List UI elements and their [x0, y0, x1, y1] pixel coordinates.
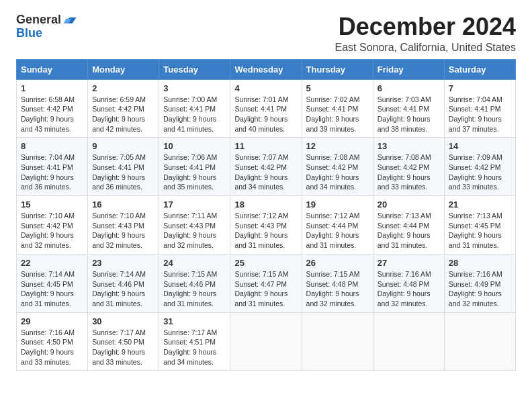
- calendar-week-row: 15Sunrise: 7:10 AM Sunset: 4:42 PM Dayli…: [17, 196, 516, 255]
- day-number: 20: [378, 199, 440, 210]
- calendar-week-row: 8Sunrise: 7:04 AM Sunset: 4:41 PM Daylig…: [17, 138, 516, 196]
- day-number: 3: [163, 83, 226, 93]
- calendar-header-day: Tuesday: [159, 59, 230, 79]
- calendar-cell: 3Sunrise: 7:00 AM Sunset: 4:41 PM Daylig…: [159, 79, 230, 138]
- logo: General Blue: [16, 13, 77, 40]
- day-info: Sunrise: 7:16 AM Sunset: 4:48 PM Dayligh…: [378, 269, 440, 309]
- calendar-cell: 2Sunrise: 6:59 AM Sunset: 4:42 PM Daylig…: [88, 79, 159, 138]
- calendar-cell: [373, 312, 444, 371]
- day-info: Sunrise: 7:15 AM Sunset: 4:46 PM Dayligh…: [163, 269, 226, 309]
- calendar-header-day: Saturday: [444, 59, 515, 79]
- calendar-cell: 9Sunrise: 7:05 AM Sunset: 4:41 PM Daylig…: [88, 138, 159, 196]
- calendar-cell: 24Sunrise: 7:15 AM Sunset: 4:46 PM Dayli…: [159, 254, 230, 312]
- calendar-cell: 21Sunrise: 7:13 AM Sunset: 4:45 PM Dayli…: [444, 196, 515, 255]
- calendar-cell: 30Sunrise: 7:17 AM Sunset: 4:50 PM Dayli…: [88, 312, 159, 371]
- day-info: Sunrise: 7:17 AM Sunset: 4:50 PM Dayligh…: [92, 328, 154, 367]
- day-info: Sunrise: 7:01 AM Sunset: 4:41 PM Dayligh…: [234, 95, 297, 134]
- calendar-cell: 15Sunrise: 7:10 AM Sunset: 4:42 PM Dayli…: [17, 196, 88, 255]
- day-info: Sunrise: 7:10 AM Sunset: 4:42 PM Dayligh…: [21, 211, 83, 250]
- day-info: Sunrise: 7:16 AM Sunset: 4:50 PM Dayligh…: [21, 328, 83, 367]
- day-info: Sunrise: 6:58 AM Sunset: 4:42 PM Dayligh…: [21, 95, 83, 134]
- calendar-cell: 14Sunrise: 7:09 AM Sunset: 4:42 PM Dayli…: [444, 138, 515, 196]
- calendar-cell: 11Sunrise: 7:07 AM Sunset: 4:42 PM Dayli…: [230, 138, 302, 196]
- calendar-cell: 12Sunrise: 7:08 AM Sunset: 4:42 PM Dayli…: [302, 138, 373, 196]
- day-info: Sunrise: 7:14 AM Sunset: 4:46 PM Dayligh…: [92, 269, 154, 309]
- day-number: 4: [234, 83, 297, 93]
- day-info: Sunrise: 7:07 AM Sunset: 4:42 PM Dayligh…: [234, 152, 297, 192]
- calendar-cell: 13Sunrise: 7:08 AM Sunset: 4:42 PM Dayli…: [373, 138, 444, 196]
- calendar-week-row: 22Sunrise: 7:14 AM Sunset: 4:45 PM Dayli…: [17, 254, 516, 312]
- day-info: Sunrise: 7:17 AM Sunset: 4:51 PM Dayligh…: [163, 328, 226, 367]
- day-number: 1: [21, 83, 83, 93]
- subtitle: East Sonora, California, United States: [335, 42, 516, 54]
- day-number: 22: [21, 258, 83, 268]
- day-number: 11: [234, 141, 297, 151]
- day-info: Sunrise: 7:05 AM Sunset: 4:41 PM Dayligh…: [92, 152, 154, 192]
- day-number: 17: [163, 199, 226, 210]
- calendar-week-row: 29Sunrise: 7:16 AM Sunset: 4:50 PM Dayli…: [17, 312, 516, 371]
- calendar-header-day: Wednesday: [230, 59, 302, 79]
- day-info: Sunrise: 7:03 AM Sunset: 4:41 PM Dayligh…: [378, 95, 440, 134]
- calendar-header-row: SundayMondayTuesdayWednesdayThursdayFrid…: [17, 59, 516, 79]
- day-number: 30: [92, 316, 154, 326]
- calendar-cell: 10Sunrise: 7:06 AM Sunset: 4:41 PM Dayli…: [159, 138, 230, 196]
- logo-text-blue: Blue: [16, 27, 42, 40]
- day-number: 13: [378, 141, 440, 151]
- day-info: Sunrise: 7:16 AM Sunset: 4:49 PM Dayligh…: [449, 269, 511, 309]
- day-info: Sunrise: 7:12 AM Sunset: 4:43 PM Dayligh…: [234, 211, 297, 250]
- calendar-cell: 28Sunrise: 7:16 AM Sunset: 4:49 PM Dayli…: [444, 254, 515, 312]
- day-info: Sunrise: 7:14 AM Sunset: 4:45 PM Dayligh…: [21, 269, 83, 309]
- calendar-week-row: 1Sunrise: 6:58 AM Sunset: 4:42 PM Daylig…: [17, 79, 516, 138]
- calendar-cell: 20Sunrise: 7:13 AM Sunset: 4:44 PM Dayli…: [373, 196, 444, 255]
- main-title: December 2024: [335, 13, 516, 40]
- calendar-cell: 8Sunrise: 7:04 AM Sunset: 4:41 PM Daylig…: [17, 138, 88, 196]
- calendar-cell: 7Sunrise: 7:04 AM Sunset: 4:41 PM Daylig…: [444, 79, 515, 138]
- day-number: 15: [21, 199, 83, 210]
- logo-text-general: General: [16, 13, 61, 27]
- day-info: Sunrise: 7:10 AM Sunset: 4:43 PM Dayligh…: [92, 211, 154, 250]
- calendar-header-day: Friday: [373, 59, 444, 79]
- day-info: Sunrise: 7:12 AM Sunset: 4:44 PM Dayligh…: [306, 211, 369, 250]
- calendar-cell: [302, 312, 373, 371]
- day-info: Sunrise: 7:04 AM Sunset: 4:41 PM Dayligh…: [21, 152, 83, 192]
- day-info: Sunrise: 7:00 AM Sunset: 4:41 PM Dayligh…: [163, 95, 226, 134]
- calendar-cell: 17Sunrise: 7:11 AM Sunset: 4:43 PM Dayli…: [159, 196, 230, 255]
- calendar-cell: 23Sunrise: 7:14 AM Sunset: 4:46 PM Dayli…: [88, 254, 159, 312]
- day-number: 23: [92, 258, 154, 268]
- calendar-cell: 31Sunrise: 7:17 AM Sunset: 4:51 PM Dayli…: [159, 312, 230, 371]
- day-info: Sunrise: 7:15 AM Sunset: 4:47 PM Dayligh…: [234, 269, 297, 309]
- day-info: Sunrise: 7:08 AM Sunset: 4:42 PM Dayligh…: [306, 152, 369, 192]
- calendar-header-day: Thursday: [302, 59, 373, 79]
- day-number: 26: [306, 258, 369, 268]
- day-number: 16: [92, 199, 154, 210]
- calendar-cell: 4Sunrise: 7:01 AM Sunset: 4:41 PM Daylig…: [230, 79, 302, 138]
- day-number: 8: [21, 141, 83, 151]
- day-number: 12: [306, 141, 369, 151]
- day-number: 28: [449, 258, 511, 268]
- day-info: Sunrise: 7:11 AM Sunset: 4:43 PM Dayligh…: [163, 211, 226, 250]
- day-number: 27: [378, 258, 440, 268]
- day-number: 2: [92, 83, 154, 93]
- day-number: 29: [21, 316, 83, 326]
- day-info: Sunrise: 7:15 AM Sunset: 4:48 PM Dayligh…: [306, 269, 369, 309]
- day-info: Sunrise: 7:13 AM Sunset: 4:44 PM Dayligh…: [378, 211, 440, 250]
- calendar-cell: 29Sunrise: 7:16 AM Sunset: 4:50 PM Dayli…: [17, 312, 88, 371]
- day-info: Sunrise: 7:08 AM Sunset: 4:42 PM Dayligh…: [378, 152, 440, 192]
- day-number: 19: [306, 199, 369, 210]
- day-number: 6: [378, 83, 440, 93]
- calendar-header-day: Sunday: [17, 59, 88, 79]
- day-number: 7: [449, 83, 511, 93]
- calendar-cell: [230, 312, 302, 371]
- calendar-cell: 18Sunrise: 7:12 AM Sunset: 4:43 PM Dayli…: [230, 196, 302, 255]
- day-info: Sunrise: 7:13 AM Sunset: 4:45 PM Dayligh…: [449, 211, 511, 250]
- calendar-cell: 16Sunrise: 7:10 AM Sunset: 4:43 PM Dayli…: [88, 196, 159, 255]
- day-number: 25: [234, 258, 297, 268]
- calendar-cell: 22Sunrise: 7:14 AM Sunset: 4:45 PM Dayli…: [17, 254, 88, 312]
- day-number: 24: [163, 258, 226, 268]
- calendar-header-day: Monday: [88, 59, 159, 79]
- calendar-cell: 27Sunrise: 7:16 AM Sunset: 4:48 PM Dayli…: [373, 254, 444, 312]
- calendar-cell: 25Sunrise: 7:15 AM Sunset: 4:47 PM Dayli…: [230, 254, 302, 312]
- calendar-cell: 19Sunrise: 7:12 AM Sunset: 4:44 PM Dayli…: [302, 196, 373, 255]
- day-info: Sunrise: 6:59 AM Sunset: 4:42 PM Dayligh…: [92, 95, 154, 134]
- calendar-cell: [444, 312, 515, 371]
